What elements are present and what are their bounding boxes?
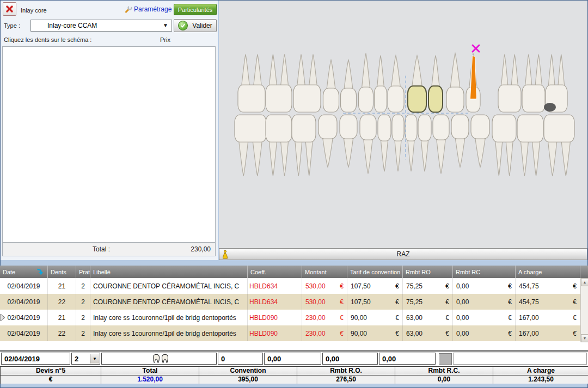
form-extra-field[interactable]	[453, 353, 587, 365]
cell-date: 02/04/2019	[0, 310, 48, 325]
cell-rmbt-rc: 0,00€	[453, 325, 516, 341]
tooth-34[interactable]	[451, 115, 469, 167]
tooth-36[interactable]	[492, 115, 516, 176]
scroll-down-button[interactable]: ▼	[581, 334, 588, 342]
cell-rmbt-ro: 63,00€	[403, 310, 453, 325]
table-row[interactable]: 02/04/2019222Inlay core ss 1couronne/1pi…	[0, 325, 580, 341]
teeth-icon	[152, 353, 169, 364]
header-tarif[interactable]: Tarif de convention	[347, 266, 403, 278]
header-a-charge[interactable]: A charge	[516, 266, 580, 278]
tooth-37[interactable]	[517, 115, 543, 176]
tooth-24[interactable]	[466, 45, 480, 112]
cell-lib: COURONNE DENTOP CÉRAMOMÉTAL INCIS, C	[90, 278, 248, 294]
panel-total-row: Total : 230,00	[2, 243, 216, 256]
cell-rmbt-rc: 0,00€	[453, 294, 516, 310]
tooth-47[interactable]	[266, 115, 292, 176]
particularites-button[interactable]: Particularités	[174, 4, 217, 15]
cell-dents: 22	[48, 294, 76, 310]
form-prat-select[interactable]: 2 ▼	[71, 353, 100, 365]
summary-rmbt-rc: Rmbt R.C. 0,00	[395, 367, 493, 383]
dental-chart[interactable]: RAZ	[219, 1, 587, 260]
raz-button[interactable]: RAZ	[219, 248, 587, 260]
form-montant-field[interactable]: 0,00	[264, 353, 321, 365]
form-date-field[interactable]: 02/04/2019	[1, 353, 70, 365]
tooth-26[interactable]	[498, 54, 521, 112]
header-prat[interactable]: Prat.	[76, 266, 90, 278]
selected-teeth-list[interactable]	[2, 46, 216, 243]
procedures-table: Date Dents Prat. Libellé Coeff. Montant …	[0, 266, 588, 351]
tooth-33[interactable]	[433, 115, 449, 174]
summary-convention: Convention 395,00	[199, 367, 297, 383]
tooth-48[interactable]	[235, 115, 266, 176]
tooth-46[interactable]	[292, 115, 316, 176]
cell-a-charge: 167,00€	[516, 325, 580, 341]
tooth-21[interactable]	[408, 56, 426, 112]
tooth-14[interactable]	[341, 60, 357, 112]
tooth-28[interactable]	[544, 54, 567, 112]
tooth-31[interactable]	[405, 115, 417, 171]
form-dents-field[interactable]	[101, 353, 217, 365]
tooth-44[interactable]	[340, 115, 357, 167]
cell-montant: 230,00€	[302, 310, 347, 325]
form-qty-field[interactable]: 0	[218, 353, 263, 365]
close-icon	[5, 4, 14, 14]
header-coeff[interactable]: Coeff.	[248, 266, 302, 278]
cell-dents: 21	[48, 310, 76, 325]
cell-a-charge: 454,75€	[516, 278, 580, 294]
parametrage-link[interactable]: Paramétrage	[125, 5, 171, 13]
cell-code: HBLD634	[248, 294, 302, 310]
tooth-15[interactable]	[323, 60, 339, 112]
cell-lib: Inlay core ss 1couronne/1pil de bridg de…	[90, 310, 248, 325]
form-rmbt-ro-field[interactable]: 0,00	[322, 353, 378, 365]
tooth-22[interactable]	[428, 56, 443, 112]
check-icon	[178, 21, 188, 30]
table-row[interactable]: 02/04/2019212COURONNE DENTOP CÉRAMOMÉTAL…	[0, 278, 580, 294]
table-header: Date Dents Prat. Libellé Coeff. Montant …	[0, 266, 588, 278]
tooth-42[interactable]	[378, 115, 391, 171]
tooth-12[interactable]	[375, 56, 387, 112]
cell-tarif: 107,50€	[347, 294, 403, 310]
summary-footer: Devis n°5 € Total 1.520,00 Convention 39…	[0, 366, 588, 384]
form-rmbt-rc-field[interactable]: 0,00	[379, 353, 436, 365]
tooth-18[interactable]	[238, 54, 265, 112]
tooth-11[interactable]	[388, 56, 404, 112]
chevron-down-icon[interactable]: ▼	[90, 354, 99, 364]
table-scrollbar[interactable]: ▲ ▼	[580, 278, 588, 342]
close-button[interactable]	[3, 2, 16, 16]
cell-prat: 2	[76, 325, 90, 341]
tooth-38[interactable]	[544, 115, 574, 176]
tooth-23[interactable]	[446, 53, 464, 112]
tooth-16[interactable]	[293, 54, 321, 112]
summary-devis: Devis n°5 €	[1, 367, 101, 383]
tooth-17[interactable]	[266, 54, 292, 112]
header-rmbt-ro[interactable]: Rmbt RO	[403, 266, 453, 278]
tooth-32[interactable]	[418, 115, 431, 171]
tooth-13[interactable]	[359, 53, 373, 112]
table-row[interactable]: 02/04/2019222COURONNE DENTOP CÉRAMOMÉTAL…	[0, 294, 580, 310]
form-gray-button[interactable]	[439, 353, 452, 365]
filling-spot	[544, 103, 556, 112]
chevron-down-icon: ▼	[163, 22, 168, 28]
cell-dents: 21	[48, 278, 76, 294]
valider-button[interactable]: Valider	[174, 19, 217, 32]
header-rmbt-rc[interactable]: Rmbt RC	[453, 266, 516, 278]
tooth-27[interactable]	[522, 54, 545, 112]
header-filler	[580, 266, 588, 278]
cell-prat: 2	[76, 278, 90, 294]
header-montant[interactable]: Montant	[302, 266, 347, 278]
raz-duster-icon	[222, 250, 229, 260]
summary-rmbt-ro: Rmbt R.O. 276,50	[297, 367, 395, 383]
total-value: 230,00	[191, 245, 211, 253]
type-select[interactable]: Inlay-core CCAM ▼	[30, 20, 172, 32]
entry-form: 02/04/2019 2 ▼ 0 0,00 0,00 0,00	[0, 351, 588, 366]
header-dents[interactable]: Dents	[48, 266, 76, 278]
tooth-35[interactable]	[471, 115, 489, 167]
header-date[interactable]: Date	[0, 266, 48, 278]
table-row[interactable]: 02/04/2019212Inlay core ss 1couronne/1pi…	[0, 310, 580, 325]
scroll-up-button[interactable]: ▲	[581, 278, 588, 286]
tooth-41[interactable]	[392, 115, 404, 171]
tooth-43[interactable]	[360, 115, 376, 174]
tooth-45[interactable]	[318, 115, 337, 167]
teeth-diagram[interactable]	[219, 1, 587, 248]
header-libelle[interactable]: Libellé	[90, 266, 248, 278]
